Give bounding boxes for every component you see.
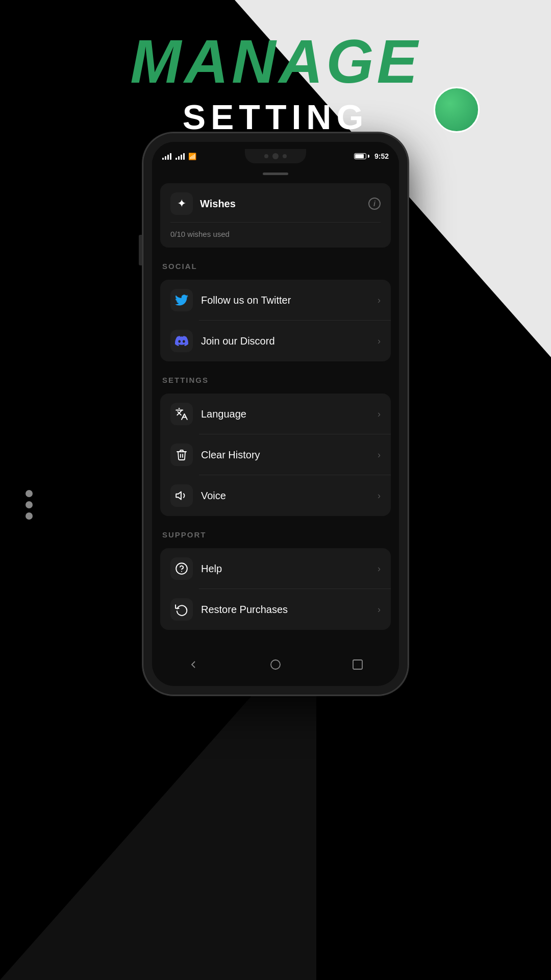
restore-label: Restore Purchases	[201, 604, 369, 616]
help-menu-item[interactable]: Help ›	[160, 548, 391, 589]
wishes-title: Wishes	[200, 198, 361, 210]
help-icon	[170, 557, 193, 580]
signal-bars-2	[176, 153, 185, 160]
twitter-icon	[170, 289, 193, 311]
three-dots-decoration	[26, 490, 33, 520]
restore-icon	[170, 598, 193, 621]
green-circle-decoration	[434, 87, 480, 133]
help-label: Help	[201, 563, 369, 575]
settings-menu-group: Language ›	[160, 394, 391, 516]
restore-menu-item[interactable]: Restore Purchases ›	[160, 589, 391, 630]
notch-camera	[272, 153, 279, 159]
wishes-card[interactable]: ✦ Wishes i 0/10 wishes used	[160, 183, 391, 248]
svg-point-1	[176, 563, 187, 574]
clear-history-menu-item[interactable]: Clear History ›	[160, 434, 391, 475]
wishes-header: ✦ Wishes i	[170, 192, 381, 215]
notch-area	[245, 149, 306, 163]
svg-rect-4	[353, 660, 362, 669]
twitter-menu-item[interactable]: Follow us on Twitter ›	[160, 280, 391, 321]
language-icon	[170, 403, 193, 425]
restore-chevron: ›	[378, 604, 381, 615]
voice-chevron: ›	[378, 491, 381, 501]
wishes-divider	[170, 222, 381, 223]
voice-menu-item[interactable]: Voice ›	[160, 475, 391, 516]
help-chevron: ›	[378, 564, 381, 574]
language-label: Language	[201, 408, 369, 420]
wishes-count: 0/10 wishes used	[170, 230, 381, 238]
trash-icon	[170, 444, 193, 466]
dot-2	[26, 501, 33, 508]
back-nav-icon[interactable]	[187, 658, 199, 674]
status-left: 📶	[162, 153, 196, 160]
support-menu-group: Help › Restore Purchases ›	[160, 548, 391, 630]
discord-chevron: ›	[378, 336, 381, 347]
status-bar: 📶 9:52	[152, 142, 399, 168]
notch	[245, 149, 306, 163]
battery-indicator	[354, 153, 369, 159]
language-chevron: ›	[378, 409, 381, 420]
clear-history-label: Clear History	[201, 449, 369, 461]
manage-title: MANAGE	[0, 31, 551, 92]
social-section-label: SOCIAL	[160, 258, 391, 275]
support-section-label: SUPPORT	[160, 526, 391, 543]
wifi-icon: 📶	[188, 153, 196, 160]
volume-icon	[170, 484, 193, 507]
settings-section-label: SETTINGS	[160, 372, 391, 388]
home-nav-icon[interactable]	[269, 658, 282, 674]
discord-label: Join our Discord	[201, 335, 369, 347]
status-right: 9:52	[354, 152, 389, 160]
phone-screen: 📶 9:52	[152, 142, 399, 686]
info-icon[interactable]: i	[368, 198, 381, 210]
navigation-bar	[152, 650, 399, 686]
phone-mockup: 📶 9:52	[143, 133, 408, 695]
social-menu-group: Follow us on Twitter › Join our Discord …	[160, 280, 391, 361]
signal-bars-1	[162, 153, 171, 160]
notch-sensor-2	[283, 154, 287, 158]
clear-history-chevron: ›	[378, 450, 381, 460]
dot-3	[26, 512, 33, 520]
screen-content: ✦ Wishes i 0/10 wishes used SOCIAL	[152, 183, 399, 650]
svg-point-3	[271, 660, 280, 669]
twitter-label: Follow us on Twitter	[201, 295, 369, 306]
svg-marker-0	[176, 492, 181, 499]
phone-body: 📶 9:52	[143, 133, 408, 695]
status-time: 9:52	[374, 152, 389, 160]
discord-icon	[170, 330, 193, 352]
recents-nav-icon[interactable]	[352, 658, 364, 674]
language-menu-item[interactable]: Language ›	[160, 394, 391, 434]
voice-label: Voice	[201, 490, 369, 502]
drag-handle	[263, 173, 288, 175]
wishes-icon: ✦	[170, 192, 193, 215]
twitter-chevron: ›	[378, 295, 381, 306]
dot-1	[26, 490, 33, 497]
discord-menu-item[interactable]: Join our Discord ›	[160, 321, 391, 361]
notch-sensor	[264, 154, 268, 158]
